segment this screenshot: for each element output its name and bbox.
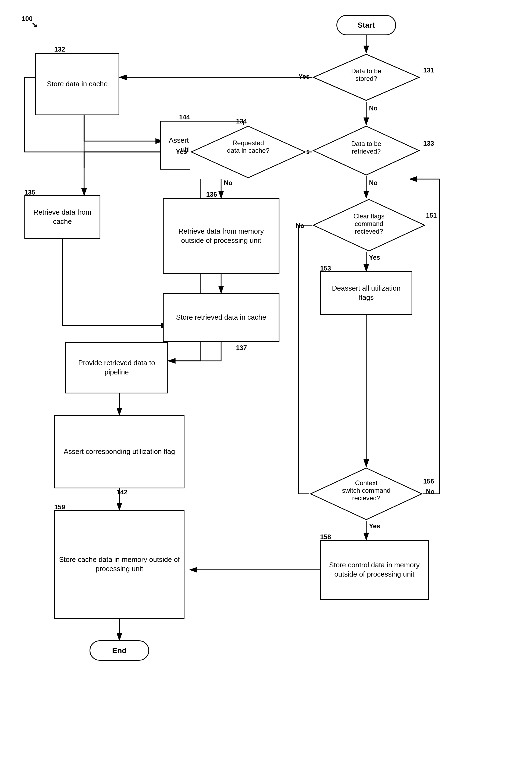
node-136: Retrieve data from memory outside of pro…	[163, 198, 280, 274]
label-134-no: No	[224, 179, 232, 187]
label-153-id: 153	[320, 264, 331, 272]
node-142: Assert corresponding utilization flag	[54, 415, 184, 489]
node-138: Provide retrieved data to pipeline	[65, 342, 168, 393]
label-156-no: No	[426, 488, 434, 496]
svg-text:retrieved?: retrieved?	[352, 148, 381, 155]
label-133-no: No	[369, 179, 378, 187]
label-151-yes: Yes	[369, 254, 380, 261]
label-151-no: No	[296, 222, 304, 229]
node-153: Deassert all utilization flags	[320, 271, 412, 315]
label-158-id: 158	[320, 533, 331, 541]
label-135-id: 135	[24, 189, 35, 196]
label-134-yes: Yes	[176, 148, 187, 156]
label-131-id: 131	[423, 66, 434, 74]
svg-text:command: command	[355, 220, 383, 227]
label-142-id: 142	[117, 489, 128, 496]
label-136-id: 136	[206, 191, 217, 198]
svg-text:Clear flags: Clear flags	[353, 212, 385, 220]
node-131: Data to be stored?	[312, 53, 420, 102]
label-151-id: 151	[426, 212, 437, 219]
start-node: Start	[336, 15, 396, 35]
label-137-id: 137	[236, 344, 247, 352]
label-132-id: 132	[54, 46, 65, 53]
node-159: Store cache data in memory outside of pr…	[54, 510, 184, 619]
label-131-yes: Yes	[299, 73, 310, 80]
label-144-id: 144	[179, 114, 190, 121]
figure-arrow: ↘	[31, 20, 37, 29]
svg-text:Context: Context	[355, 479, 378, 487]
node-133: Data to be retrieved?	[312, 125, 420, 176]
node-134: Requested data in cache?	[190, 125, 307, 179]
node-135: Retrieve data from cache	[24, 195, 101, 239]
svg-text:Data to be: Data to be	[351, 67, 381, 74]
svg-text:recieved?: recieved?	[355, 228, 383, 235]
node-158: Store control data in memory outside of …	[320, 540, 428, 600]
node-137: Store retrieved data in cache	[163, 293, 280, 342]
label-159-id: 159	[54, 503, 65, 511]
svg-text:switch command: switch command	[342, 487, 391, 494]
node-151: Clear flags command recieved?	[312, 198, 426, 252]
label-134-id: 134	[236, 118, 247, 125]
end-node: End	[90, 640, 149, 661]
svg-text:Data to be: Data to be	[351, 140, 381, 147]
svg-text:Requested: Requested	[232, 139, 264, 147]
label-131-no: No	[369, 105, 378, 112]
label-156-id: 156	[423, 477, 434, 485]
label-156-yes: Yes	[369, 522, 380, 530]
svg-text:recieved?: recieved?	[352, 495, 380, 502]
svg-text:data in cache?: data in cache?	[227, 147, 270, 154]
label-133-id: 133	[423, 140, 434, 147]
node-156: Context switch command recieved?	[309, 467, 423, 521]
flowchart-diagram: 100 ↘ Start Data to be stored? 131 Yes N…	[0, 0, 532, 776]
svg-text:stored?: stored?	[355, 75, 377, 82]
node-132: Store data in cache	[35, 53, 119, 115]
